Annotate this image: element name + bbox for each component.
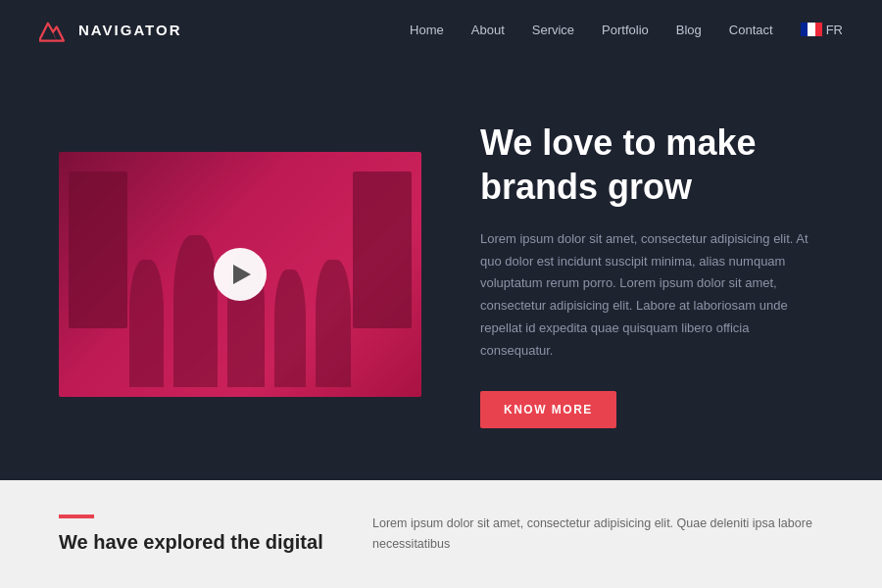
- svg-rect-3: [801, 23, 808, 36]
- video-thumbnail[interactable]: [59, 152, 421, 397]
- svg-rect-4: [808, 23, 815, 36]
- play-button[interactable]: [214, 248, 267, 301]
- play-icon: [233, 265, 251, 284]
- hero-section: We love to make brands grow Lorem ipsum …: [0, 59, 882, 480]
- know-more-button[interactable]: KNOW MORE: [480, 391, 616, 428]
- header: NAVIGATOR Home About Service Portfolio B…: [0, 0, 882, 59]
- nav-service[interactable]: Service: [532, 23, 574, 37]
- nav-about[interactable]: About: [471, 23, 505, 37]
- hero-title: We love to make brands grow: [480, 121, 823, 209]
- svg-marker-0: [39, 24, 64, 41]
- bottom-section: We have explored the digital Lorem ipsum…: [0, 480, 882, 588]
- lang-switcher[interactable]: FR: [801, 23, 843, 37]
- nav: Home About Service Portfolio Blog Contac…: [410, 23, 843, 37]
- svg-rect-5: [815, 23, 822, 36]
- hero-description: Lorem ipsum dolor sit amet, consectetur …: [480, 228, 823, 363]
- hero-content: We love to make brands grow Lorem ipsum …: [480, 121, 823, 429]
- nav-home[interactable]: Home: [410, 23, 444, 37]
- bottom-title: We have explored the digital: [59, 530, 333, 554]
- nav-contact[interactable]: Contact: [729, 23, 773, 37]
- bottom-left: We have explored the digital: [59, 514, 333, 554]
- logo[interactable]: NAVIGATOR: [39, 16, 182, 43]
- video-overlay: [59, 152, 421, 397]
- lang-label: FR: [826, 23, 843, 37]
- bottom-accent: [59, 514, 94, 518]
- bottom-description: Lorem ipsum dolor sit amet, consectetur …: [372, 514, 823, 556]
- logo-icon: [39, 16, 71, 43]
- flag-icon: [801, 23, 822, 36]
- logo-text: NAVIGATOR: [78, 22, 182, 38]
- nav-blog[interactable]: Blog: [676, 23, 702, 37]
- nav-portfolio[interactable]: Portfolio: [602, 23, 649, 37]
